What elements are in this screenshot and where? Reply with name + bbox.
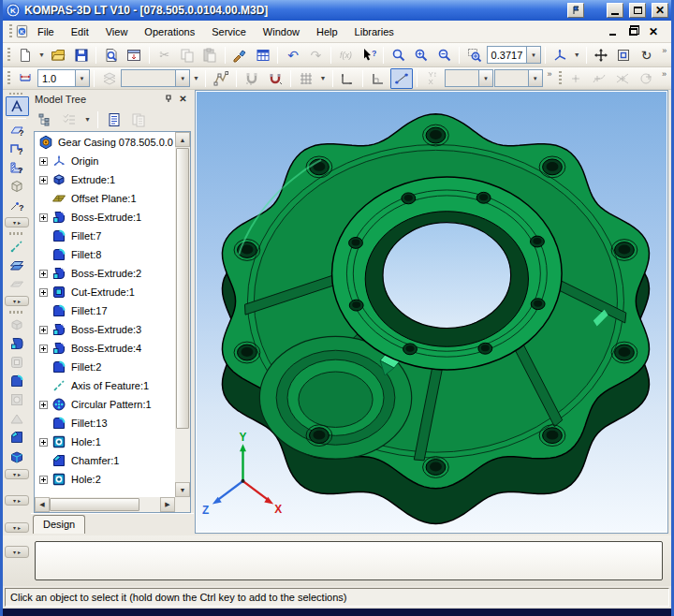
scroll-thumb[interactable] — [176, 148, 189, 429]
contour-query-button[interactable]: ? — [6, 139, 29, 158]
menu-libraries[interactable]: Libraries — [346, 23, 403, 40]
toolbar-overflow-chevron[interactable]: » — [658, 46, 669, 65]
menu-edit[interactable]: Edit — [63, 23, 97, 40]
geometry-calc-button[interactable] — [6, 96, 29, 115]
tree-item[interactable]: Origin — [35, 152, 175, 170]
tree-item[interactable]: Extrude:1 — [35, 170, 175, 189]
kompas-flag-button[interactable] — [567, 3, 584, 18]
collapsed-toolbar-handle[interactable]: ▾▸ — [5, 217, 29, 227]
scroll-down-button[interactable]: ▼ — [175, 482, 190, 497]
tree-item[interactable]: Boss-Extrude:1 — [35, 208, 175, 227]
viewport-canvas[interactable]: YXZ — [197, 92, 667, 532]
open-button[interactable] — [48, 45, 69, 66]
snaps-button[interactable] — [264, 68, 286, 89]
combo-dropdown-button[interactable]: ▼ — [75, 70, 89, 86]
zoom-scale-combo[interactable]: 0.3717▼ — [487, 46, 541, 64]
tree-item[interactable]: Hole:1 — [35, 433, 175, 451]
expand-plus-icon[interactable] — [39, 288, 48, 297]
tree-horizontal-scrollbar[interactable]: ◀ ▶ — [35, 497, 175, 512]
menu-help[interactable]: Help — [308, 23, 346, 40]
undo-button[interactable]: ↶ — [282, 45, 303, 66]
construction-plane-button[interactable] — [6, 256, 29, 274]
gear-casing-model[interactable]: YXZ — [197, 92, 667, 529]
point-query-button[interactable]: ? — [6, 196, 29, 214]
collapsed-toolbar-handle[interactable]: ▾▸ — [5, 469, 29, 479]
tree-structure-button[interactable] — [34, 110, 56, 130]
dropdown-arrow-icon[interactable]: ▼ — [318, 68, 329, 89]
plane-query-button[interactable]: ? — [6, 121, 29, 139]
copy-properties-button[interactable] — [229, 45, 251, 66]
scroll-up-button[interactable]: ▲ — [175, 132, 190, 147]
local-cs-button[interactable] — [337, 68, 359, 89]
tree-item[interactable]: Circular Pattern:1 — [35, 395, 175, 414]
mdi-restore-button[interactable] — [626, 25, 639, 38]
message-field[interactable] — [35, 541, 663, 580]
combo-dropdown-button[interactable]: ▼ — [526, 47, 539, 63]
print-preview-button[interactable] — [100, 45, 122, 66]
zoom-selected-button[interactable] — [388, 45, 409, 66]
collapsed-toolbar-handle[interactable]: ▾▸ — [5, 495, 29, 506]
menu-file[interactable]: File — [29, 23, 63, 40]
save-button[interactable] — [70, 45, 92, 66]
document-menu-icon[interactable]: K — [15, 24, 29, 38]
endpoint-mode-button[interactable] — [390, 68, 413, 89]
toolbar-overflow-chevron[interactable]: » — [544, 69, 555, 88]
tree-item[interactable]: Boss-Extrude:2 — [35, 264, 175, 283]
expand-plus-icon[interactable] — [39, 345, 48, 353]
tree-item[interactable]: Hole:2 — [35, 470, 175, 489]
dropdown-arrow-icon[interactable]: ▼ — [82, 110, 93, 130]
rotate-button[interactable]: ↻ — [636, 45, 657, 66]
zoom-area-button[interactable] — [463, 45, 485, 66]
expand-plus-icon[interactable] — [39, 213, 48, 222]
dropdown-arrow-icon[interactable]: ▼ — [191, 68, 201, 89]
tree-item[interactable]: Fillet:13 — [35, 414, 175, 433]
pan-button[interactable] — [591, 45, 612, 66]
expand-plus-icon[interactable] — [39, 401, 48, 409]
menu-service[interactable]: Service — [203, 23, 255, 40]
menu-view[interactable]: View — [97, 23, 137, 40]
toolbar-grip[interactable] — [7, 48, 10, 63]
chamfer-button[interactable] — [6, 428, 29, 447]
toolbar-grip[interactable] — [9, 232, 24, 234]
zoom-in-button[interactable] — [411, 45, 432, 66]
fillet-button[interactable] — [6, 372, 29, 390]
tree-vertical-scrollbar[interactable]: ▲ ▼ — [175, 132, 190, 497]
close-button[interactable]: ✕ — [652, 3, 668, 18]
tab-design[interactable]: Design — [33, 515, 85, 534]
toolbar-overflow-chevron[interactable]: » — [658, 69, 669, 88]
current-step-button[interactable] — [14, 68, 37, 89]
tree-item[interactable]: Fillet:8 — [35, 245, 175, 264]
composition-button[interactable] — [103, 110, 125, 130]
new-view-button[interactable] — [124, 45, 145, 66]
expand-plus-icon[interactable] — [39, 326, 48, 334]
menu-operations[interactable]: Operations — [136, 23, 203, 40]
pin-panel-button[interactable] — [162, 93, 176, 106]
orientation-button[interactable] — [549, 45, 571, 66]
boss-extrude-button[interactable] — [6, 334, 29, 353]
tree-item[interactable]: Boss-Extrude:4 — [35, 339, 175, 358]
axis-button[interactable] — [6, 237, 29, 256]
tree-item[interactable]: Fillet:17 — [35, 301, 175, 320]
context-help-button[interactable]: ? — [358, 45, 379, 66]
zoom-out-button[interactable] — [433, 45, 455, 66]
mdi-minimize-button[interactable] — [606, 25, 619, 38]
collapsed-toolbar-handle[interactable]: ▾▸ — [5, 522, 29, 533]
expand-plus-icon[interactable] — [39, 176, 48, 184]
toolbar-grip[interactable] — [559, 71, 562, 86]
collapsed-toolbar-handle[interactable]: ▾▸ — [5, 546, 29, 558]
tree-item[interactable]: Fillet:2 — [35, 358, 175, 376]
scroll-right-button[interactable]: ▶ — [160, 497, 175, 512]
tree-item[interactable]: Cut-Extrude:1 — [35, 283, 175, 301]
new-document-button[interactable] — [14, 45, 36, 66]
tree-item[interactable]: Fillet:7 — [35, 227, 175, 245]
shell-button[interactable] — [6, 447, 29, 466]
dropdown-arrow-icon[interactable]: ▼ — [572, 45, 582, 66]
dropdown-arrow-icon[interactable]: ▼ — [37, 45, 47, 66]
maximize-button[interactable] — [629, 3, 646, 18]
minimize-button[interactable] — [607, 3, 623, 18]
step-combo[interactable]: 1.0▼ — [37, 69, 90, 87]
viewport[interactable]: YXZ — [195, 90, 668, 534]
expand-plus-icon[interactable] — [39, 476, 48, 484]
mdi-close-button[interactable]: ✕ — [647, 25, 660, 38]
toolbar-grip[interactable] — [9, 311, 24, 313]
